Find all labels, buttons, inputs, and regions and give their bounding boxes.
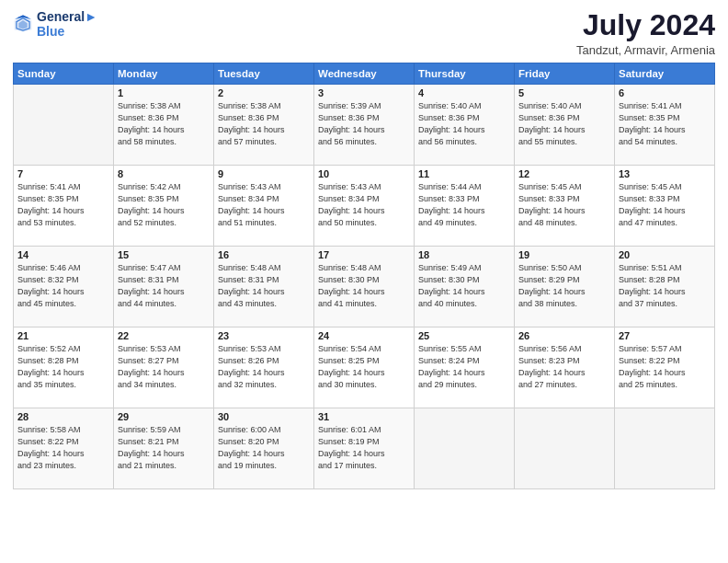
calendar-cell: 18Sunrise: 5:49 AM Sunset: 8:30 PM Dayli… xyxy=(415,247,515,327)
day-number: 18 xyxy=(418,249,510,260)
day-number: 31 xyxy=(318,411,410,422)
day-info: Sunrise: 5:41 AM Sunset: 8:35 PM Dayligh… xyxy=(619,100,711,148)
day-number: 19 xyxy=(518,249,610,260)
calendar-cell: 21Sunrise: 5:52 AM Sunset: 8:28 PM Dayli… xyxy=(14,327,114,408)
week-row-2: 7Sunrise: 5:41 AM Sunset: 8:35 PM Daylig… xyxy=(14,166,715,247)
day-number: 28 xyxy=(17,411,109,422)
day-number: 2 xyxy=(218,87,310,98)
calendar-cell: 31Sunrise: 6:01 AM Sunset: 8:19 PM Dayli… xyxy=(314,408,415,489)
day-number: 7 xyxy=(17,168,109,179)
day-info: Sunrise: 5:44 AM Sunset: 8:33 PM Dayligh… xyxy=(418,181,510,229)
calendar-cell: 10Sunrise: 5:43 AM Sunset: 8:34 PM Dayli… xyxy=(314,166,415,247)
day-info: Sunrise: 5:51 AM Sunset: 8:28 PM Dayligh… xyxy=(619,262,711,310)
calendar-cell: 22Sunrise: 5:53 AM Sunset: 8:27 PM Dayli… xyxy=(114,327,214,408)
day-number: 27 xyxy=(619,330,711,341)
calendar-cell xyxy=(615,408,715,489)
day-number: 16 xyxy=(218,249,310,260)
day-info: Sunrise: 5:41 AM Sunset: 8:35 PM Dayligh… xyxy=(17,181,109,229)
day-number: 25 xyxy=(418,330,510,341)
day-info: Sunrise: 5:56 AM Sunset: 8:23 PM Dayligh… xyxy=(518,343,610,391)
calendar-cell: 4Sunrise: 5:40 AM Sunset: 8:36 PM Daylig… xyxy=(415,85,515,166)
calendar-cell: 16Sunrise: 5:48 AM Sunset: 8:31 PM Dayli… xyxy=(214,247,314,327)
calendar-cell: 24Sunrise: 5:54 AM Sunset: 8:25 PM Dayli… xyxy=(314,327,415,408)
header-day-saturday: Saturday xyxy=(615,63,715,85)
day-number: 13 xyxy=(619,168,711,179)
header-day-wednesday: Wednesday xyxy=(314,63,415,85)
calendar-cell: 6Sunrise: 5:41 AM Sunset: 8:35 PM Daylig… xyxy=(615,85,715,166)
day-info: Sunrise: 5:45 AM Sunset: 8:33 PM Dayligh… xyxy=(518,181,610,229)
day-info: Sunrise: 5:53 AM Sunset: 8:26 PM Dayligh… xyxy=(218,343,310,391)
day-number: 23 xyxy=(218,330,310,341)
day-number: 21 xyxy=(17,330,109,341)
logo-icon xyxy=(13,14,33,34)
day-number: 22 xyxy=(118,330,210,341)
calendar-cell: 2Sunrise: 5:38 AM Sunset: 8:36 PM Daylig… xyxy=(214,85,314,166)
day-info: Sunrise: 5:48 AM Sunset: 8:31 PM Dayligh… xyxy=(218,262,310,310)
day-number: 30 xyxy=(218,411,310,422)
day-info: Sunrise: 5:43 AM Sunset: 8:34 PM Dayligh… xyxy=(318,181,410,229)
calendar-cell: 17Sunrise: 5:48 AM Sunset: 8:30 PM Dayli… xyxy=(314,247,415,327)
title-block: July 2024 Tandzut, Armavir, Armenia xyxy=(576,9,715,57)
day-number: 1 xyxy=(118,87,210,98)
day-number: 4 xyxy=(418,87,510,98)
calendar-cell: 13Sunrise: 5:45 AM Sunset: 8:33 PM Dayli… xyxy=(615,166,715,247)
header-day-thursday: Thursday xyxy=(415,63,515,85)
day-info: Sunrise: 5:47 AM Sunset: 8:31 PM Dayligh… xyxy=(118,262,210,310)
calendar-cell: 3Sunrise: 5:39 AM Sunset: 8:36 PM Daylig… xyxy=(314,85,415,166)
calendar-cell: 26Sunrise: 5:56 AM Sunset: 8:23 PM Dayli… xyxy=(515,327,615,408)
day-info: Sunrise: 5:38 AM Sunset: 8:36 PM Dayligh… xyxy=(118,100,210,148)
calendar-cell: 11Sunrise: 5:44 AM Sunset: 8:33 PM Dayli… xyxy=(415,166,515,247)
day-info: Sunrise: 5:42 AM Sunset: 8:35 PM Dayligh… xyxy=(118,181,210,229)
logo-text: General► Blue xyxy=(37,9,97,39)
day-info: Sunrise: 5:49 AM Sunset: 8:30 PM Dayligh… xyxy=(418,262,510,310)
calendar-cell xyxy=(515,408,615,489)
day-info: Sunrise: 5:45 AM Sunset: 8:33 PM Dayligh… xyxy=(619,181,711,229)
week-row-4: 21Sunrise: 5:52 AM Sunset: 8:28 PM Dayli… xyxy=(14,327,715,408)
day-info: Sunrise: 6:00 AM Sunset: 8:20 PM Dayligh… xyxy=(218,424,310,472)
week-row-5: 28Sunrise: 5:58 AM Sunset: 8:22 PM Dayli… xyxy=(14,408,715,489)
day-info: Sunrise: 5:38 AM Sunset: 8:36 PM Dayligh… xyxy=(218,100,310,148)
calendar-cell: 9Sunrise: 5:43 AM Sunset: 8:34 PM Daylig… xyxy=(214,166,314,247)
day-number: 20 xyxy=(619,249,711,260)
day-number: 6 xyxy=(619,87,711,98)
day-info: Sunrise: 5:57 AM Sunset: 8:22 PM Dayligh… xyxy=(619,343,711,391)
header: General► Blue July 2024 Tandzut, Armavir… xyxy=(13,9,715,57)
day-number: 12 xyxy=(518,168,610,179)
calendar-cell: 25Sunrise: 5:55 AM Sunset: 8:24 PM Dayli… xyxy=(415,327,515,408)
calendar-cell: 28Sunrise: 5:58 AM Sunset: 8:22 PM Dayli… xyxy=(14,408,114,489)
day-info: Sunrise: 5:43 AM Sunset: 8:34 PM Dayligh… xyxy=(218,181,310,229)
calendar-body: 1Sunrise: 5:38 AM Sunset: 8:36 PM Daylig… xyxy=(14,85,715,489)
day-info: Sunrise: 5:39 AM Sunset: 8:36 PM Dayligh… xyxy=(318,100,410,148)
day-info: Sunrise: 5:50 AM Sunset: 8:29 PM Dayligh… xyxy=(518,262,610,310)
calendar-cell: 5Sunrise: 5:40 AM Sunset: 8:36 PM Daylig… xyxy=(515,85,615,166)
calendar-cell: 7Sunrise: 5:41 AM Sunset: 8:35 PM Daylig… xyxy=(14,166,114,247)
week-row-3: 14Sunrise: 5:46 AM Sunset: 8:32 PM Dayli… xyxy=(14,247,715,327)
day-number: 8 xyxy=(118,168,210,179)
header-day-friday: Friday xyxy=(515,63,615,85)
calendar-cell: 14Sunrise: 5:46 AM Sunset: 8:32 PM Dayli… xyxy=(14,247,114,327)
day-info: Sunrise: 5:54 AM Sunset: 8:25 PM Dayligh… xyxy=(318,343,410,391)
calendar-cell: 23Sunrise: 5:53 AM Sunset: 8:26 PM Dayli… xyxy=(214,327,314,408)
day-info: Sunrise: 5:58 AM Sunset: 8:22 PM Dayligh… xyxy=(17,424,109,472)
day-number: 10 xyxy=(318,168,410,179)
header-day-sunday: Sunday xyxy=(14,63,114,85)
day-number: 17 xyxy=(318,249,410,260)
location: Tandzut, Armavir, Armenia xyxy=(576,43,715,57)
day-info: Sunrise: 5:59 AM Sunset: 8:21 PM Dayligh… xyxy=(118,424,210,472)
day-info: Sunrise: 5:48 AM Sunset: 8:30 PM Dayligh… xyxy=(318,262,410,310)
logo: General► Blue xyxy=(13,9,97,39)
month-year: July 2024 xyxy=(576,9,715,41)
day-number: 24 xyxy=(318,330,410,341)
day-info: Sunrise: 5:52 AM Sunset: 8:28 PM Dayligh… xyxy=(17,343,109,391)
day-number: 26 xyxy=(518,330,610,341)
day-number: 14 xyxy=(17,249,109,260)
day-number: 5 xyxy=(518,87,610,98)
day-number: 15 xyxy=(118,249,210,260)
calendar-cell: 1Sunrise: 5:38 AM Sunset: 8:36 PM Daylig… xyxy=(114,85,214,166)
day-info: Sunrise: 5:46 AM Sunset: 8:32 PM Dayligh… xyxy=(17,262,109,310)
day-info: Sunrise: 5:40 AM Sunset: 8:36 PM Dayligh… xyxy=(418,100,510,148)
calendar-cell xyxy=(14,85,114,166)
day-number: 9 xyxy=(218,168,310,179)
calendar-cell: 8Sunrise: 5:42 AM Sunset: 8:35 PM Daylig… xyxy=(114,166,214,247)
page: { "header": { "logo_line1": "General", "… xyxy=(0,0,728,563)
